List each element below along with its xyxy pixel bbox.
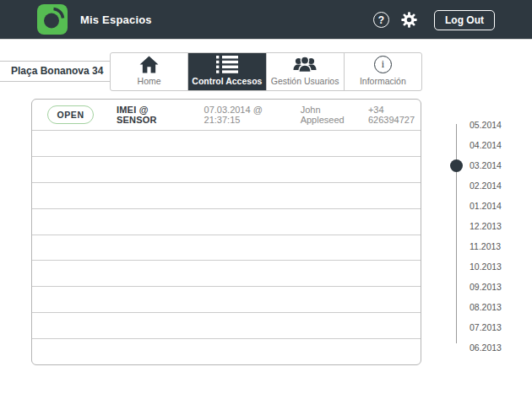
help-glyph: ? [378, 14, 384, 26]
empty-log-row [32, 156, 421, 182]
tab-home[interactable]: Home [111, 53, 187, 90]
timestamp-label: 07.03.2014 @ 21:37:15 [204, 105, 283, 125]
timeline-selected-dot[interactable] [450, 159, 463, 172]
timeline-month[interactable]: 06.2013 [470, 337, 502, 358]
status-badge[interactable]: OPEN [47, 105, 94, 124]
header-actions: ? Log Out [373, 0, 495, 40]
timeline-month[interactable]: 05.2014 [470, 115, 502, 135]
timeline-month[interactable]: 09.2013 [470, 277, 502, 297]
empty-log-row [32, 235, 421, 261]
logout-button[interactable]: Log Out [434, 10, 495, 30]
timeline-month[interactable]: 11.2013 [470, 236, 502, 256]
timeline-month[interactable]: 07.2013 [470, 317, 502, 337]
timeline-month-list: 05.2014 04.2014 03.2014 02.2014 01.2014 … [470, 115, 502, 358]
tab-gestion-usuarios-label: Gestión Usuarios [271, 76, 339, 86]
app-title: Mis Espacios [80, 13, 152, 26]
access-list-icon [216, 54, 238, 74]
help-icon[interactable]: ? [373, 12, 389, 28]
empty-log-row [32, 130, 421, 156]
empty-log-row [32, 338, 421, 364]
timeline-month[interactable]: 01.2014 [470, 196, 502, 216]
tab-control-accesos-label: Control Accesos [192, 76, 262, 86]
timeline-month[interactable]: 04.2014 [470, 135, 502, 155]
empty-log-row [32, 286, 421, 312]
settings-gear-icon[interactable] [400, 11, 418, 29]
app-header: Mis Espacios ? Log Out [0, 0, 532, 40]
device-label: IMEI @ SENSOR [117, 105, 177, 125]
timeline-month[interactable]: 02.2014 [470, 175, 502, 196]
user-label: John Appleseed [301, 105, 354, 125]
home-icon [139, 54, 159, 74]
timeline-month[interactable]: 10.2013 [470, 256, 502, 277]
tab-control-accesos[interactable]: Control Accesos [187, 53, 265, 90]
app-logo-icon [37, 4, 68, 35]
empty-log-row [32, 260, 421, 286]
access-log-table: OPEN IMEI @ SENSOR 07.03.2014 @ 21:37:15… [31, 99, 421, 365]
tab-gestion-usuarios[interactable]: Gestión Usuarios [266, 53, 344, 90]
tab-informacion[interactable]: i Información [344, 53, 421, 90]
phone-label: +34 626394727 [368, 105, 421, 125]
timeline-month[interactable]: 12.2013 [470, 216, 502, 236]
users-group-icon [293, 54, 317, 74]
tab-informacion-label: Información [360, 76, 406, 86]
timeline-month[interactable]: 03.2014 [470, 155, 502, 175]
location-chip[interactable]: Plaça Bonanova 34 [0, 61, 116, 82]
info-glyph: i [382, 58, 384, 71]
timeline-month[interactable]: 08.2013 [470, 297, 502, 317]
empty-log-row [32, 182, 421, 208]
empty-log-row [32, 312, 421, 338]
access-log-row[interactable]: OPEN IMEI @ SENSOR 07.03.2014 @ 21:37:15… [32, 100, 421, 130]
info-icon: i [374, 54, 392, 74]
empty-log-row [32, 208, 421, 235]
timeline-line [456, 124, 457, 343]
main-tabbar: Home Control Accesos [110, 52, 422, 91]
tab-home-label: Home [138, 76, 161, 86]
